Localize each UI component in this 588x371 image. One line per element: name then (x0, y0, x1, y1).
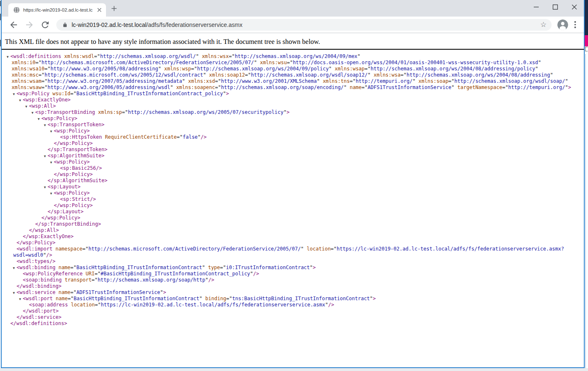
collapse-arrow-icon[interactable]: ▼ (31, 110, 35, 116)
xml-line: </sp:Layout> (2, 209, 584, 215)
xml-line: ▼<wsp:Policy> (2, 116, 584, 122)
collapse-arrow-icon[interactable]: ▼ (13, 265, 17, 271)
collapse-arrow-icon[interactable]: ▼ (13, 91, 17, 97)
collapse-arrow-icon[interactable]: ▼ (19, 296, 23, 302)
window-minimize-button[interactable] (527, 0, 546, 14)
collapse-arrow-icon[interactable]: ▼ (38, 116, 41, 122)
collapse-arrow-icon[interactable]: ▼ (50, 128, 54, 135)
xml-line: </wsdl:service> (2, 314, 584, 320)
forward-arrow-icon[interactable] (24, 20, 34, 30)
xml-line: xmlns:wsam="http://www.w3.org/2007/05/ad… (2, 78, 584, 84)
collapse-arrow-icon[interactable]: ▼ (25, 104, 29, 110)
xml-line: wsdl=wsdl0"/> (2, 252, 584, 258)
xml-tree: ▼<wsdl:definitions xmlns:wsdl="http://sc… (2, 53, 584, 327)
xml-line: ▼<sp:Layout> (2, 184, 584, 190)
reload-icon[interactable] (40, 20, 50, 30)
xml-line: <sp:HttpsToken RequireClientCertificate=… (2, 134, 584, 140)
browser-tab[interactable]: https://lc-win2019-02.ad.lc-test.lc (8, 3, 106, 17)
xml-line: </wsdl:definitions> (2, 320, 584, 327)
xml-line: </wsp:Policy> (2, 140, 584, 147)
bookmark-star-icon[interactable]: ☆ (540, 21, 547, 28)
collapse-arrow-icon[interactable]: ▼ (44, 184, 48, 190)
xml-line: <soap:binding transport="http://schemas.… (2, 277, 584, 283)
xml-line: xmlns:i0="http://schemas.microsoft.com/A… (2, 60, 584, 66)
url-domain: lc-win2019-02.ad.lc-test.local (72, 22, 147, 28)
background-window-artifact (585, 54, 586, 368)
xml-line: <sp:Strict/> (2, 196, 584, 202)
url-path: /adfs/fs/federationserverservice.asmx (147, 22, 243, 28)
xml-line: ▼<wsp:All> (2, 103, 584, 109)
collapse-arrow-icon[interactable]: ▼ (50, 190, 54, 197)
xml-line: </wsp:Policy> (2, 202, 584, 209)
xml-line: ▼<sp:TransportToken> (2, 122, 584, 128)
xml-line: ▼<wsp:Policy> (2, 159, 584, 165)
xml-line: xmlns:wsa10="http://www.w3.org/2005/08/a… (2, 66, 584, 72)
notice-divider (2, 49, 584, 50)
collapse-arrow-icon[interactable]: ▼ (19, 97, 23, 104)
xml-line: <sp:Basic256/> (2, 165, 584, 171)
window-close-button[interactable] (565, 0, 584, 14)
tab-close-icon[interactable] (96, 7, 103, 13)
xml-line: </sp:TransportToken> (2, 147, 584, 153)
xml-style-notice: This XML file does not appear to have an… (5, 38, 584, 46)
xml-line: <soap:address location="https://lc-win20… (2, 302, 584, 308)
new-tab-button[interactable] (111, 5, 117, 12)
xml-line: </sp:AlgorithmSuite> (2, 178, 584, 184)
xml-line: </wsp:Policy> (2, 215, 584, 221)
back-arrow-icon[interactable] (9, 20, 19, 30)
lock-icon[interactable] (62, 22, 68, 28)
globe-favicon-icon (13, 7, 20, 13)
profile-avatar-icon[interactable] (557, 19, 568, 30)
xml-line: </wsdl:binding> (2, 283, 584, 289)
desktop-right-strip (585, 0, 588, 368)
xml-line: </wsp:ExactlyOne> (2, 234, 584, 240)
browser-toolbar: lc-win2019-02.ad.lc-test.local/adfs/fs/f… (2, 17, 584, 33)
tab-strip: https://lc-win2019-02.ad.lc-test.lc (2, 0, 584, 17)
xml-line: </wsdl:port> (2, 308, 584, 314)
xml-line: ▼<wsp:Policy> (2, 128, 584, 134)
xml-line: <wsdl:types/> (2, 258, 584, 265)
url-text: lc-win2019-02.ad.lc-test.local/adfs/fs/f… (72, 22, 537, 28)
collapse-arrow-icon[interactable]: ▼ (7, 54, 10, 60)
xml-line: </wsp:All> (2, 227, 584, 234)
xml-line: ▼<wsp:ExactlyOne> (2, 97, 584, 103)
browser-window: https://lc-win2019-02.ad.lc-test.lc (1, 0, 585, 368)
xml-line: ▼<wsdl:binding name="BasicHttpBinding_IT… (2, 265, 584, 271)
background-window-artifact (585, 35, 588, 46)
window-controls (527, 0, 584, 14)
page-content: This XML file does not appear to have an… (2, 34, 584, 367)
xml-line: ▼<wsdl:definitions xmlns:wsdl="http://sc… (2, 53, 584, 60)
xml-line: ▼<wsdl:port name="BasicHttpBinding_ITrus… (2, 296, 584, 302)
xml-line: </sp:TransportBinding> (2, 221, 584, 227)
window-maximize-button[interactable] (546, 0, 565, 14)
xml-line: xmlns:msc="http://schemas.microsoft.com/… (2, 72, 584, 78)
xml-line: ▼<wsdl:service name="ADFS1TrustInformati… (2, 289, 584, 296)
xml-line: ▼<sp:AlgorithmSuite> (2, 153, 584, 159)
browser-menu-icon[interactable] (571, 20, 579, 30)
collapse-arrow-icon[interactable]: ▼ (50, 159, 54, 166)
tab-title: https://lc-win2019-02.ad.lc-test.lc (23, 7, 94, 12)
address-bar[interactable]: lc-win2019-02.ad.lc-test.local/adfs/fs/f… (56, 19, 552, 31)
background-window-artifact (585, 0, 588, 35)
xml-line: <wsp:PolicyReference URI="#BasicHttpBind… (2, 271, 584, 277)
collapse-arrow-icon[interactable]: ▼ (13, 290, 17, 296)
xml-line: ▼<wsp:Policy> (2, 190, 584, 196)
collapse-arrow-icon[interactable]: ▼ (44, 153, 48, 159)
collapse-arrow-icon[interactable]: ▼ (44, 122, 48, 128)
xml-line: xmlns:wsaw="http://www.w3.org/2006/05/ad… (2, 84, 584, 91)
desktop-bottom-strip (0, 368, 588, 371)
xml-line: <wsdl:import namespace="http://schemas.m… (2, 246, 584, 252)
xml-line: ▼<sp:TransportBinding xmlns:sp="http://s… (2, 109, 584, 116)
xml-line: </wsp:Policy> (2, 171, 584, 178)
xml-line: </wsp:Policy> (2, 240, 584, 246)
background-window-artifact (585, 47, 588, 51)
xml-line: ▼<wsp:Policy wsu:Id="BasicHttpBinding_IT… (2, 91, 584, 97)
